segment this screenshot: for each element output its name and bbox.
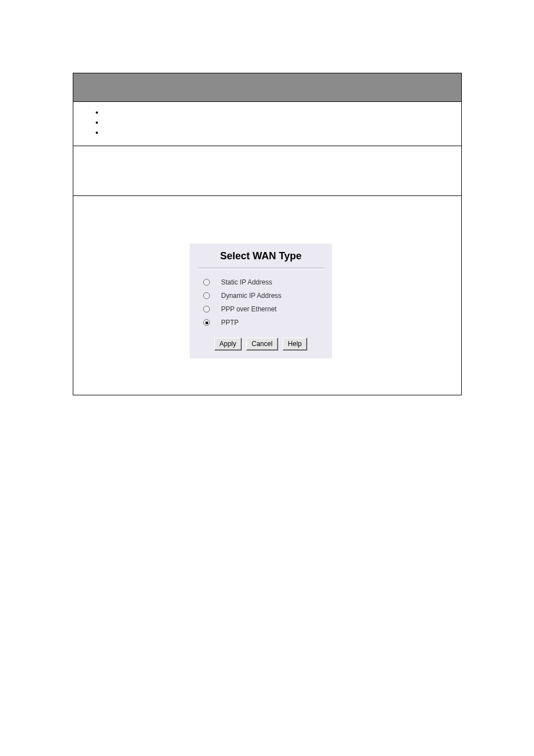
radio-pppoe[interactable] (203, 306, 210, 312)
blank-row (73, 146, 461, 196)
select-wan-type-dialog: Select WAN Type Static IP Address Dynami… (190, 244, 332, 358)
content-row: Select WAN Type Static IP Address Dynami… (73, 196, 461, 395)
cancel-button[interactable]: Cancel (246, 338, 278, 351)
option-label: PPP over Ethernet (221, 305, 277, 313)
wan-type-options: Static IP Address Dynamic IP Address PPP… (190, 269, 332, 333)
list-item (104, 118, 461, 128)
radio-dynamic-ip[interactable] (203, 292, 210, 299)
bullet-list (73, 108, 461, 138)
option-label: Dynamic IP Address (221, 292, 282, 300)
dialog-buttons: Apply Cancel Help (190, 333, 332, 358)
list-item (104, 128, 461, 138)
help-button[interactable]: Help (283, 338, 307, 351)
radio-pptp[interactable] (203, 319, 210, 326)
option-static-ip[interactable]: Static IP Address (203, 278, 326, 286)
option-label: PPTP (221, 319, 238, 326)
option-label: Static IP Address (221, 278, 272, 286)
option-pppoe[interactable]: PPP over Ethernet (203, 305, 326, 313)
bullet-row (73, 102, 461, 146)
option-dynamic-ip[interactable]: Dynamic IP Address (203, 292, 326, 300)
option-pptp[interactable]: PPTP (203, 319, 326, 326)
dialog-title-wrap: Select WAN Type (190, 244, 332, 268)
dialog-title: Select WAN Type (220, 250, 302, 262)
list-item (104, 108, 461, 118)
apply-button[interactable]: Apply (214, 338, 242, 351)
outer-table: Select WAN Type Static IP Address Dynami… (73, 73, 462, 395)
table-header-bar (73, 73, 461, 102)
page: Select WAN Type Static IP Address Dynami… (0, 0, 534, 756)
radio-static-ip[interactable] (203, 279, 210, 286)
